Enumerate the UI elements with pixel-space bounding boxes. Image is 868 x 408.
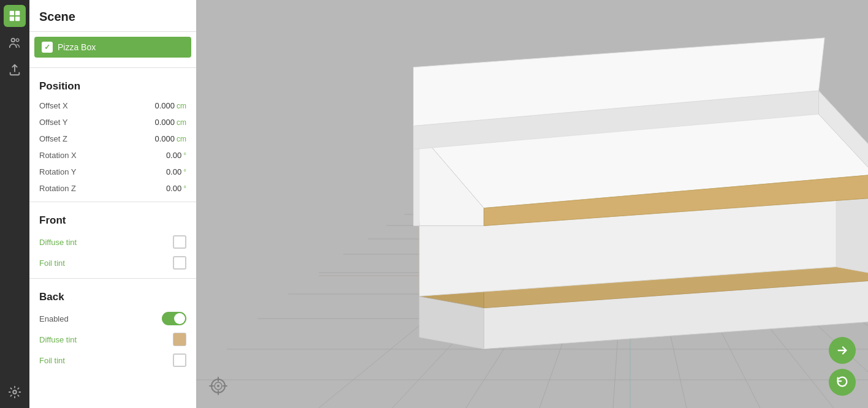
action-buttons [829,337,856,396]
front-diffuse-tint-label: Diffuse tint [39,238,77,247]
front-section-title: Front [29,207,196,232]
sidebar-title: Scene [29,0,196,32]
icon-bar [0,0,29,408]
back-diffuse-tint-label: Diffuse tint [39,335,77,344]
scene-item-check [42,42,53,53]
rotation-x-value: 0.00 ° [166,151,186,160]
scene-item-pizza-box[interactable]: Pizza Box [34,37,191,58]
offset-z-row: Offset Z 0.000 cm [29,130,196,147]
back-diffuse-tint-swatch[interactable] [173,333,186,346]
sidebar: Scene Pizza Box Position Offset X 0.000 … [29,0,196,408]
people-icon-item[interactable] [4,32,26,54]
position-section-title: Position [29,73,196,97]
back-diffuse-tint-row: Diffuse tint [29,329,196,350]
rotation-z-label: Rotation Z [39,184,76,193]
divider-1 [29,67,196,68]
reset-button[interactable] [829,369,856,396]
settings-icon-item[interactable] [4,381,26,403]
back-enabled-toggle[interactable] [162,312,186,325]
svg-point-5 [16,39,19,42]
back-section-title: Back [29,284,196,308]
svg-rect-1 [15,11,20,15]
rotation-z-value: 0.00 ° [166,184,186,193]
offset-x-value: 0.000 cm [154,101,186,110]
rotation-y-label: Rotation Y [39,167,76,176]
scene-item-label: Pizza Box [58,42,96,52]
back-foil-tint-label: Foil tint [39,356,65,365]
front-foil-tint-row: Foil tint [29,252,196,273]
back-foil-tint-checkbox[interactable] [173,353,186,367]
svg-point-4 [12,39,15,42]
back-enabled-label: Enabled [39,314,69,323]
front-foil-tint-checkbox[interactable] [173,256,186,270]
svg-rect-0 [10,11,14,15]
front-diffuse-tint-row: Diffuse tint [29,232,196,252]
next-button[interactable] [829,337,856,364]
front-foil-tint-label: Foil tint [39,259,65,268]
divider-3 [29,278,196,279]
rotation-x-row: Rotation X 0.00 ° [29,147,196,164]
divider-2 [29,202,196,202]
upload-icon-item[interactable] [4,59,26,81]
rotation-y-row: Rotation Y 0.00 ° [29,164,196,180]
rotation-y-value: 0.00 ° [166,167,186,176]
rotation-x-label: Rotation X [39,151,77,160]
offset-x-row: Offset X 0.000 cm [29,97,196,114]
offset-y-label: Offset Y [39,118,68,127]
offset-x-label: Offset X [39,101,68,110]
offset-y-value: 0.000 cm [154,118,186,127]
viewport[interactable] [196,0,868,408]
rotation-z-row: Rotation Z 0.00 ° [29,180,196,197]
layers-icon-item[interactable] [4,5,26,27]
back-enabled-row: Enabled [29,308,196,329]
offset-z-value: 0.000 cm [154,134,186,143]
front-diffuse-tint-checkbox[interactable] [173,235,186,249]
svg-point-54 [217,385,219,387]
target-icon[interactable] [208,376,228,396]
offset-y-row: Offset Y 0.000 cm [29,114,196,130]
svg-marker-40 [836,197,868,279]
svg-rect-3 [15,17,20,21]
svg-point-6 [13,390,17,394]
offset-z-label: Offset Z [39,134,67,143]
svg-rect-2 [10,17,14,21]
pizza-box-3d [196,0,868,408]
back-foil-tint-row: Foil tint [29,350,196,371]
